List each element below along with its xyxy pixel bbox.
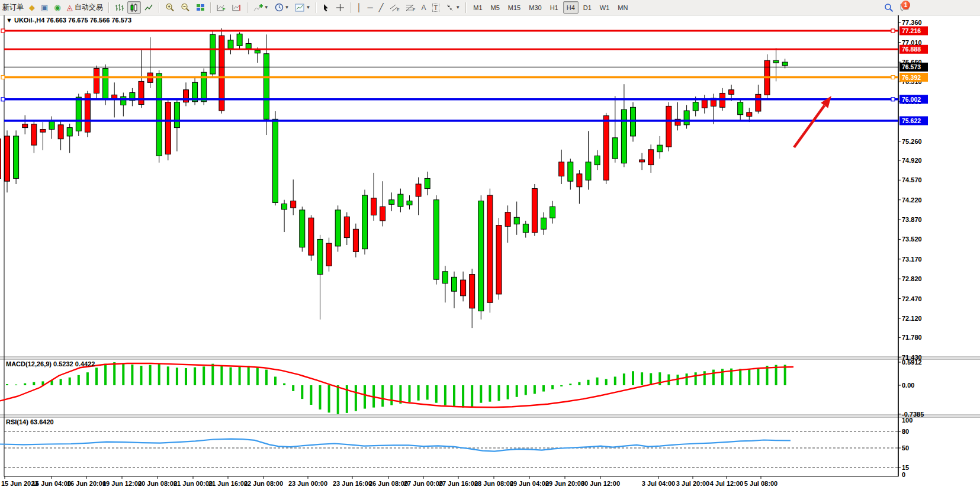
terminal-icon[interactable]: ▣ [38,1,50,14]
timeframe-h1[interactable]: H1 [547,1,562,14]
indicators-button[interactable]: ▼ [251,1,271,14]
svg-text:22 Jun 08:00: 22 Jun 08:00 [244,480,283,487]
timeframe-mn[interactable]: MN [614,1,631,14]
rsi-label: RSI(14) 63.6420 [6,418,54,425]
main-toolbar: 新订单 ◆ ▣ ◉ ◬ 自动交易 [0,0,980,15]
trendline-icon: ╱ [379,4,384,11]
chart-shift-icon [232,4,242,12]
svg-text:21 Jun 16:00: 21 Jun 16:00 [208,480,248,487]
svg-text:77.216: 77.216 [902,27,921,34]
zoom-in-button[interactable] [163,1,177,14]
broadcast-icon: ◉ [54,4,60,11]
chart-canvas[interactable]: 77.36077.01076.66076.31075.96075.26074.9… [0,0,980,490]
svg-text:76.392: 76.392 [902,74,921,81]
separator [108,2,110,13]
svg-text:4 Jul 12:00: 4 Jul 12:00 [710,480,743,487]
timeframe-m30[interactable]: M30 [525,1,545,14]
svg-text:23 Jun 00:00: 23 Jun 00:00 [288,480,327,487]
periods-button[interactable]: ▼ [272,1,292,14]
svg-text:73.520: 73.520 [902,236,922,243]
crosshair-icon [336,4,345,12]
svg-text:30 Jun 12:00: 30 Jun 12:00 [581,480,620,487]
cursor-tool-button[interactable] [320,1,332,14]
svg-text:3 Jul 04:00: 3 Jul 04:00 [642,480,675,487]
new-order-button[interactable]: 新订单 [1,1,25,14]
candlestick-icon [130,4,139,12]
timeframe-m1[interactable]: M1 [470,1,486,14]
crosshair-tool-button[interactable] [333,1,347,14]
timeframe-m15[interactable]: M15 [505,1,524,14]
horizontal-line-tool[interactable]: ─ [365,1,375,14]
svg-text:76.573: 76.573 [902,63,921,70]
separator [159,2,160,13]
timeframe-h4[interactable]: H4 [563,1,579,14]
tile-windows-icon [196,4,205,12]
fibonacci-tool[interactable]: F [403,1,418,14]
autotrade-icon: ◬ [67,4,73,11]
bar-chart-mode-button[interactable] [113,1,126,14]
svg-text:0.00: 0.00 [902,382,914,389]
price-axis[interactable]: 77.36077.01076.66076.31075.96075.26074.9… [898,19,928,478]
auto-scroll-icon [217,4,226,12]
tile-windows-button[interactable] [194,1,207,14]
svg-text:26 Jun 08:00: 26 Jun 08:00 [369,480,408,487]
text-tool-icon: A [422,4,426,12]
zoom-in-icon [165,3,175,12]
arrows-tool[interactable]: ▼ [443,1,462,14]
monitor-icon: ▣ [41,4,48,11]
svg-text:27 Jun 16:00: 27 Jun 16:00 [439,480,478,487]
macd-label: MACD(12,26,9) 0.5232 0.4422 [6,360,95,368]
candlestick-mode-button[interactable] [127,1,141,14]
auto-scroll-button[interactable] [214,1,229,14]
zoom-out-button[interactable] [178,1,192,14]
svg-text:80: 80 [902,428,909,435]
fibonacci-icon: F [406,4,416,12]
svg-text:75.622: 75.622 [902,117,921,124]
svg-text:73.170: 73.170 [902,256,922,263]
svg-text:16 Jun 20:00: 16 Jun 20:00 [67,480,106,487]
auto-trading-button[interactable]: ◬ 自动交易 [65,1,105,14]
svg-text:15: 15 [902,464,909,471]
line-chart-mode-button[interactable] [142,1,156,14]
separator [350,2,351,13]
svg-text:16 Jun 04:00: 16 Jun 04:00 [32,480,71,487]
vline-icon: │ [356,4,361,11]
svg-text:72.820: 72.820 [902,275,922,282]
signals-icon[interactable]: ◉ [52,1,63,14]
application-window: 新订单 ◆ ▣ ◉ ◬ 自动交易 [0,0,980,490]
dropdown-arrow-icon: ▼ [455,5,460,10]
svg-text:71.780: 71.780 [902,334,922,341]
timeframe-m5[interactable]: M5 [487,1,503,14]
text-label-tool[interactable]: T [430,1,442,14]
svg-text:74.220: 74.220 [902,196,922,204]
zoom-out-icon [181,3,190,12]
notification-badge[interactable]: 1 [901,1,910,9]
text-tool[interactable]: A [419,1,429,14]
templates-button[interactable]: ▼ [293,1,313,14]
hline-icon: ─ [368,4,373,11]
svg-text:74.920: 74.920 [902,157,922,164]
bar-chart-icon [115,4,124,12]
chart-shift-button[interactable] [230,1,244,14]
clock-icon [275,3,284,12]
trendline-tool[interactable]: ╱ [377,1,386,14]
line-chart-icon [144,4,153,12]
svg-text:27 Jun 00:00: 27 Jun 00:00 [404,480,443,487]
svg-text:72.470: 72.470 [902,295,922,302]
svg-text:5 Jul 08:00: 5 Jul 08:00 [744,480,777,487]
market-watch-icon[interactable]: ◆ [27,1,37,14]
svg-text:76.002: 76.002 [902,96,921,103]
timeframe-d1[interactable]: D1 [580,1,595,14]
timeframe-w1[interactable]: W1 [596,1,613,14]
channel-tool[interactable]: E [387,1,402,14]
svg-text:E: E [397,8,400,12]
template-icon [295,4,304,12]
indicator-plus-icon [253,4,263,12]
search-button[interactable] [882,1,896,14]
time-axis[interactable]: 15 Jun 202316 Jun 04:0016 Jun 20:0019 Ju… [1,476,777,487]
svg-text:20 Jun 08:00: 20 Jun 08:00 [138,480,177,487]
separator [465,2,467,13]
label-tool-icon: T [432,4,440,12]
vertical-line-tool[interactable]: │ [354,1,364,14]
auto-trading-label: 自动交易 [75,2,103,12]
